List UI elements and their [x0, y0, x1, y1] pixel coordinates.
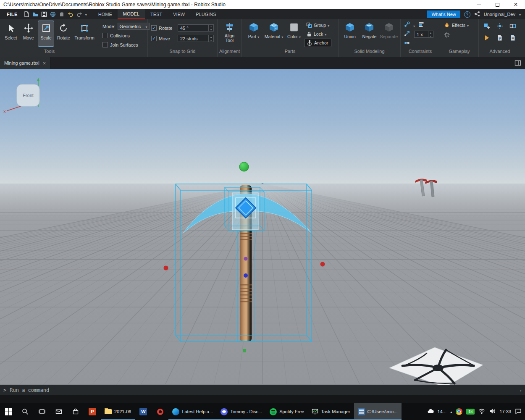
lock-button[interactable]: Lock	[304, 30, 331, 38]
help-icon[interactable]: ?	[464, 11, 470, 18]
save-icon[interactable]	[41, 11, 47, 17]
negate-button[interactable]: Negate	[360, 19, 379, 48]
command-input[interactable]: Run a command	[10, 387, 49, 393]
onedrive-cloud-icon[interactable]	[427, 408, 434, 415]
color-button[interactable]: Color	[284, 19, 304, 48]
chrome-icon[interactable]	[456, 408, 462, 415]
powerpoint-app-button[interactable]	[84, 403, 101, 420]
mode-select[interactable]: Geometric	[118, 23, 150, 30]
snap-move-spinner[interactable]	[208, 35, 213, 42]
separate-icon	[384, 22, 394, 32]
edge-app-button[interactable]: Latest Help a...	[168, 403, 217, 420]
search-button[interactable]	[17, 403, 34, 420]
close-button[interactable]	[507, 0, 525, 9]
service-icon[interactable]	[496, 23, 503, 31]
mail-app-button[interactable]	[50, 403, 67, 420]
scale-tool-button[interactable]: Scale	[38, 21, 55, 47]
task-manager-app-button[interactable]: Task Manager	[308, 403, 354, 420]
spinner-down-icon[interactable]	[428, 34, 433, 38]
start-button[interactable]	[0, 403, 17, 420]
snap-rotate-input[interactable]: 45 °	[178, 24, 214, 32]
red-circle-app-button[interactable]	[152, 403, 168, 420]
new-file-icon[interactable]	[24, 11, 29, 17]
tab-test[interactable]: TEST	[145, 9, 168, 19]
collisions-checkbox[interactable]	[102, 33, 108, 38]
spinner-up-icon[interactable]	[209, 35, 213, 39]
tab-view[interactable]: VIEW	[168, 9, 190, 19]
open-icon[interactable]	[32, 11, 38, 17]
username[interactable]: Unoriginal_Dev	[484, 12, 515, 17]
constraint-scale-spinner[interactable]	[428, 31, 433, 37]
volume-icon[interactable]	[489, 408, 496, 415]
snap-move-input[interactable]: 22 studs	[178, 35, 214, 42]
join-surfaces-checkbox[interactable]	[102, 42, 108, 47]
group-button[interactable]: Group	[304, 21, 331, 29]
tab-model[interactable]: MODEL	[118, 9, 145, 19]
run-script-icon[interactable]	[483, 34, 490, 43]
sun-icon[interactable]	[444, 32, 450, 39]
discord-app-button[interactable]: Tommy - Disc...	[217, 403, 266, 420]
redo-icon[interactable]	[76, 11, 82, 17]
weather-temperature[interactable]: 14...	[438, 409, 446, 414]
select-tool-button[interactable]: Select	[3, 21, 19, 47]
dock-layout-icon[interactable]	[514, 57, 525, 69]
task-view-button[interactable]	[34, 403, 50, 420]
share-icon[interactable]	[474, 11, 480, 18]
constraint-details-icon[interactable]	[418, 21, 424, 29]
script-icon[interactable]	[496, 34, 503, 43]
create-constraint-icon[interactable]	[404, 21, 410, 29]
wifi-icon[interactable]	[478, 408, 485, 415]
snap-move-checkbox[interactable]	[151, 36, 157, 41]
window-title: C:\Users\micha\OneDrive\Documents\Roblox…	[3, 2, 226, 8]
hidden-icons-chevron-icon[interactable]	[450, 409, 452, 414]
paste-icon[interactable]	[59, 11, 65, 17]
clock[interactable]: 17:33	[499, 409, 511, 414]
action-center-icon[interactable]	[515, 408, 522, 415]
battery-indicator[interactable]: 54	[466, 409, 475, 415]
move-tool-button[interactable]: Move	[20, 21, 37, 47]
local-script-icon[interactable]	[509, 34, 516, 43]
minimize-icon	[477, 5, 481, 5]
collision-groups-icon[interactable]	[509, 23, 516, 31]
tab-home[interactable]: HOME	[93, 9, 118, 19]
whats-new-button[interactable]: What's New	[427, 10, 460, 18]
material-button[interactable]: Material	[264, 19, 284, 48]
command-bar-expand-icon[interactable]	[520, 387, 522, 393]
anchor-button[interactable]: Anchor	[304, 39, 331, 47]
align-tool-button[interactable]: Align Tool	[218, 19, 242, 43]
effects-button[interactable]: Effects	[444, 22, 475, 29]
quick-access-dropdown-icon[interactable]	[85, 12, 87, 17]
minimize-button[interactable]	[470, 0, 488, 9]
roblox-studio-app-button[interactable]: C:\Users\mic...	[354, 403, 402, 420]
file-menu-button[interactable]: FILE	[3, 12, 22, 17]
word-app-button[interactable]	[135, 403, 152, 420]
transform-tool-button[interactable]: Transform	[73, 21, 96, 47]
store-app-button[interactable]	[67, 403, 84, 420]
snap-rotate-spinner[interactable]	[208, 25, 213, 31]
file-explorer-app-button[interactable]: 2021-06	[101, 403, 135, 420]
undo-icon[interactable]	[68, 11, 74, 17]
spinner-up-icon[interactable]	[428, 31, 433, 34]
weld-icon[interactable]	[404, 40, 410, 47]
align-tool-icon	[225, 22, 235, 32]
publish-icon[interactable]	[50, 11, 56, 17]
viewport-3d[interactable]: X Front	[0, 69, 525, 385]
spinner-down-icon[interactable]	[209, 39, 213, 42]
spotify-app-button[interactable]: Spotify Free	[266, 403, 308, 420]
snap-rotate-checkbox[interactable]	[151, 25, 157, 31]
tab-plugins[interactable]: PLUGINS	[190, 9, 221, 19]
create-constraint-dropdown-icon[interactable]	[413, 21, 415, 29]
constraint-scale-input[interactable]: 1 x	[414, 31, 433, 38]
maximize-button[interactable]	[488, 0, 507, 9]
document-tab[interactable]: Mining game.rbxl	[0, 57, 50, 69]
part-button[interactable]: Part	[244, 19, 264, 48]
spinner-down-icon[interactable]	[209, 28, 213, 32]
command-bar[interactable]: > Run a command	[0, 385, 525, 395]
rotate-tool-button[interactable]: Rotate	[55, 21, 72, 47]
insert-object-icon[interactable]	[483, 23, 490, 31]
user-dropdown-icon[interactable]	[519, 12, 521, 17]
spinner-up-icon[interactable]	[209, 25, 213, 28]
union-button[interactable]: Union	[340, 19, 360, 48]
tab-close-icon[interactable]	[43, 60, 46, 66]
constraint-scale-icon[interactable]	[404, 31, 410, 38]
